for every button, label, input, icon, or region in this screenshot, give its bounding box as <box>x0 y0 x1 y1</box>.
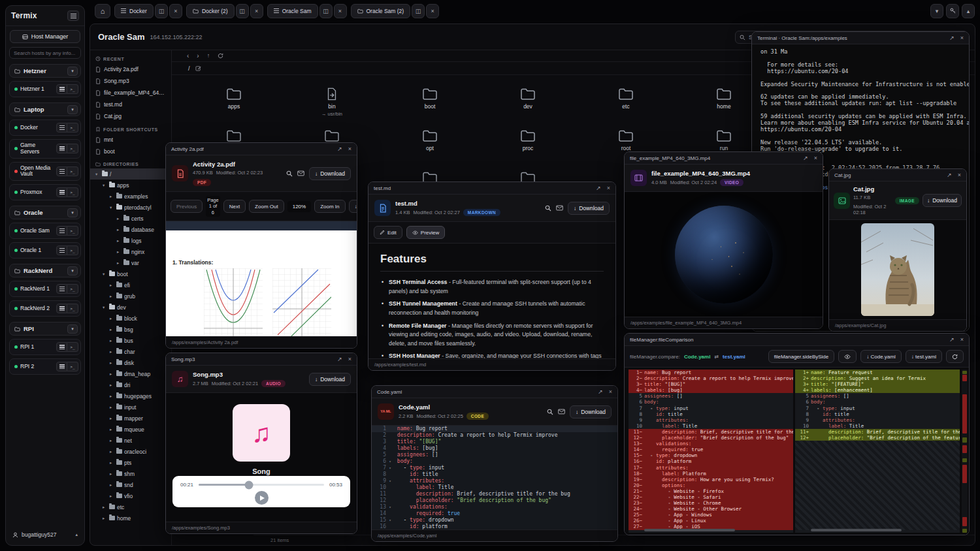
close-icon[interactable]: × <box>814 155 817 161</box>
download-button[interactable]: ↓Download <box>309 373 351 386</box>
host-terminal-button[interactable]: >_ <box>67 284 78 294</box>
expand-icon[interactable]: ↗ <box>949 337 955 343</box>
zoom-out-button[interactable]: Zoom Out <box>249 200 284 213</box>
tree-item[interactable]: ▸ certs <box>90 213 171 224</box>
folder-cell[interactable]: dev <box>479 82 577 123</box>
host-row[interactable]: Open Media Vault >_ <box>9 162 81 181</box>
host-connect-button[interactable] <box>56 84 67 94</box>
tree-item[interactable]: ▸ block <box>90 313 171 324</box>
next-page-button[interactable]: Next <box>223 200 246 213</box>
tree-item[interactable]: ▸ examples <box>90 191 171 202</box>
panel-up-button[interactable]: ▴ <box>962 4 975 18</box>
host-connect-button[interactable] <box>56 362 67 371</box>
download-button[interactable]: ↓Download <box>570 405 612 418</box>
host-connect-button[interactable] <box>56 342 67 352</box>
chevron-down-icon[interactable]: ▾ <box>67 324 78 334</box>
tree-item[interactable]: ▸ input <box>90 401 171 413</box>
host-row[interactable]: Game Servers >_ <box>9 139 81 159</box>
tree-chevron-icon[interactable]: ▸ <box>110 371 114 377</box>
download-right-button[interactable]: ↓ test.yaml <box>906 350 942 363</box>
host-row[interactable]: RackNerd 2 >_ <box>9 300 81 317</box>
host-terminal-button[interactable]: >_ <box>67 123 78 133</box>
expand-icon[interactable]: ↗ <box>803 155 808 161</box>
tab-close-button[interactable]: × <box>169 4 182 18</box>
tree-chevron-icon[interactable]: ▸ <box>110 383 114 388</box>
expand-icon[interactable]: ↗ <box>949 35 955 41</box>
tree-chevron-icon[interactable]: ▸ <box>110 338 114 343</box>
md-preview-content[interactable]: Features SSH Terminal Access - Full-feat… <box>368 244 615 358</box>
recent-file-item[interactable]: test.md <box>90 99 171 110</box>
tab-home[interactable]: ⌂ <box>95 4 110 18</box>
seek-slider[interactable] <box>199 484 324 486</box>
recent-file-item[interactable]: Cat.jpg <box>90 110 171 122</box>
close-icon[interactable]: × <box>958 172 961 178</box>
tree-item[interactable]: ▸ nginx <box>90 246 171 257</box>
host-row[interactable]: Hetzner 1 >_ <box>9 81 81 97</box>
host-row[interactable]: RackNerd 1 >_ <box>9 281 81 297</box>
tree-item[interactable]: ▾ apps <box>90 180 171 191</box>
tree-chevron-icon[interactable]: ▸ <box>110 449 114 454</box>
expand-icon[interactable]: ↗ <box>598 389 603 395</box>
tree-chevron-icon[interactable]: ▸ <box>110 349 114 354</box>
tree-chevron-icon[interactable]: ▸ <box>110 327 114 332</box>
download-button[interactable]: ↓Download <box>568 202 610 215</box>
expand-icon[interactable]: ↗ <box>947 172 952 178</box>
tree-chevron-icon[interactable]: ▾ <box>110 205 114 210</box>
tree-item[interactable]: ▸ hugepages <box>90 390 171 401</box>
export-icon[interactable] <box>558 409 565 415</box>
tree-chevron-icon[interactable]: ▸ <box>110 460 114 465</box>
expand-icon[interactable]: ↗ <box>337 356 342 362</box>
edit-path-icon[interactable] <box>195 65 201 71</box>
pdf-viewport[interactable]: 1. Translations: <box>166 221 357 336</box>
tree-chevron-icon[interactable]: ▸ <box>117 227 122 232</box>
search-icon[interactable] <box>545 205 551 212</box>
zoom-in-button[interactable]: Zoom In <box>314 200 345 213</box>
host-manager-button[interactable]: Host Manager <box>10 30 80 43</box>
refresh-icon[interactable] <box>218 53 223 59</box>
export-icon[interactable] <box>556 205 563 211</box>
code-editor[interactable]: 1 name: Bug report 2 description: Create… <box>372 426 617 529</box>
host-connect-button[interactable] <box>56 284 67 294</box>
host-terminal-button[interactable]: >_ <box>67 84 78 94</box>
host-row[interactable]: RPI 2 >_ <box>9 358 81 375</box>
diff-view-button[interactable] <box>838 350 857 363</box>
tree-chevron-icon[interactable]: ▸ <box>110 405 114 410</box>
horizontal-scrollbar[interactable] <box>644 529 735 531</box>
panel-down-button[interactable]: ▾ <box>930 4 943 18</box>
diff-left-pane[interactable]: 1−name: Bug report 2−description: Create… <box>629 370 793 533</box>
host-terminal-button[interactable]: >_ <box>67 362 78 371</box>
close-icon[interactable]: × <box>348 356 351 362</box>
tree-chevron-icon[interactable]: ▸ <box>117 216 122 221</box>
tree-item[interactable]: ▸ home <box>90 512 171 524</box>
chevron-down-icon[interactable]: ▾ <box>67 105 78 114</box>
previous-page-button[interactable]: Previous <box>171 200 203 213</box>
folder-cell[interactable]: apps <box>185 82 283 123</box>
video-titlebar[interactable]: file_example_MP4_640_3MG.mp4 ↗ × <box>625 152 823 165</box>
slider-thumb[interactable] <box>244 480 253 489</box>
tree-item[interactable]: ▾ pterodactyl <box>90 202 171 213</box>
host-group-hetzner[interactable]: Hetzner ▾ <box>9 64 81 78</box>
tree-item[interactable]: ▸ disk <box>90 357 171 368</box>
host-terminal-button[interactable]: >_ <box>67 304 78 313</box>
back-icon[interactable]: ‹ <box>187 53 189 59</box>
tree-item[interactable]: ▸ etc <box>90 501 171 512</box>
tree-item[interactable]: ▸ vfio <box>90 490 171 501</box>
swap-icon[interactable]: ⇄ <box>714 354 719 360</box>
play-button[interactable] <box>255 491 269 505</box>
search-icon[interactable] <box>286 170 293 177</box>
host-connect-button[interactable] <box>56 245 67 255</box>
host-row[interactable]: Proxmox >_ <box>9 184 81 200</box>
tree-chevron-icon[interactable]: ▸ <box>110 427 114 432</box>
tree-item[interactable]: ▸ char <box>90 346 171 357</box>
close-icon[interactable]: × <box>348 146 351 152</box>
terminal-titlebar[interactable]: Terminal · Oracle Sam:/apps/examples ↗ × <box>752 32 969 44</box>
preview-button[interactable]: Preview <box>406 226 445 239</box>
tree-item[interactable]: ▸ dma_heap <box>90 368 171 379</box>
tree-item[interactable]: ▾ dev <box>90 302 171 313</box>
tree-chevron-icon[interactable]: ▾ <box>103 305 107 310</box>
host-terminal-button[interactable]: >_ <box>67 166 78 176</box>
video-viewport[interactable] <box>625 192 823 317</box>
chevron-down-icon[interactable]: ▾ <box>67 67 78 76</box>
sidebar-menu-button[interactable] <box>67 10 79 21</box>
host-row[interactable]: Docker >_ <box>9 119 81 136</box>
